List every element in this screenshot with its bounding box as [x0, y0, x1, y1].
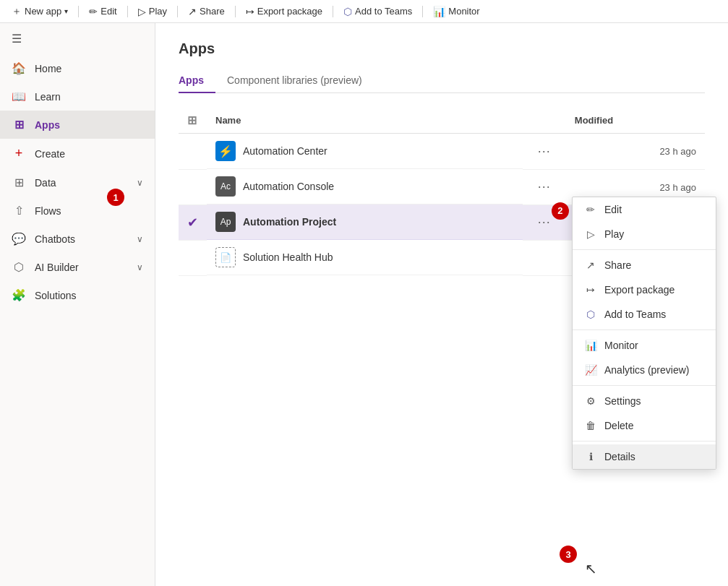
- divider: [573, 329, 716, 330]
- settings-icon: ⚙: [584, 395, 597, 407]
- monitor-icon: 📊: [433, 6, 445, 17]
- more-button-2[interactable]: ···: [534, 178, 555, 196]
- divider: [573, 441, 716, 441]
- play-label: Play: [149, 6, 167, 17]
- monitor-label: Monitor: [448, 6, 479, 17]
- share-icon: ↗: [584, 259, 597, 271]
- dropdown-item-details[interactable]: ℹ Details: [573, 444, 716, 469]
- dropdown-label-add-teams: Add to Teams: [604, 309, 666, 320]
- dropdown-item-settings[interactable]: ⚙ Settings: [573, 389, 716, 413]
- details-icon: ℹ: [584, 451, 597, 462]
- dropdown-label-settings: Settings: [604, 395, 641, 407]
- sidebar-item-solutions[interactable]: 🧩 Solutions: [0, 281, 155, 309]
- row-more-4[interactable]: [523, 240, 566, 275]
- dropdown-label-play: Play: [604, 228, 624, 240]
- new-app-label: New app: [25, 6, 61, 17]
- edit-button[interactable]: ✏ Edit: [83, 3, 122, 20]
- col-header-name[interactable]: Name: [207, 108, 523, 134]
- divider-3: [177, 6, 178, 17]
- sidebar-item-apps[interactable]: ⊞ Apps 1: [0, 111, 155, 139]
- dropdown-item-add-teams[interactable]: ⬡ Add to Teams: [573, 302, 716, 327]
- row-more-3[interactable]: ··· 2: [523, 204, 566, 240]
- row-check-3: ✔: [179, 204, 207, 240]
- data-icon: ⊞: [12, 176, 26, 189]
- new-app-button[interactable]: ＋ New app ▾: [6, 2, 74, 21]
- main-layout: ☰ 🏠 Home 📖 Learn ⊞ Apps 1 + Create ⊞ Dat…: [0, 23, 728, 586]
- row-app-cell-3: Ap Automation Project: [207, 204, 523, 240]
- sidebar-item-data[interactable]: ⊞ Data ∨: [0, 168, 155, 197]
- sidebar-item-label: AI Builder: [35, 262, 128, 273]
- dropdown-label-export: Export package: [604, 284, 675, 296]
- row-app-cell-1: ⚡ Automation Center: [207, 134, 523, 169]
- divider-5: [333, 6, 333, 17]
- sidebar-item-home[interactable]: 🏠 Home: [0, 54, 155, 82]
- col-header-more: [523, 108, 566, 134]
- annotation-badge-3: 3: [560, 546, 577, 563]
- row-check-1: [179, 134, 207, 170]
- hamburger-icon: ☰: [12, 32, 22, 46]
- divider: [573, 385, 716, 386]
- chevron-down-icon: ∨: [137, 234, 143, 244]
- app-icon-1: ⚡: [215, 141, 236, 161]
- export-icon: ↦: [584, 284, 597, 296]
- sidebar-item-create[interactable]: + Create: [0, 139, 155, 168]
- solutions-icon: 🧩: [12, 288, 26, 302]
- dropdown-item-monitor[interactable]: 📊 Monitor: [573, 333, 716, 358]
- export-icon: ↦: [246, 6, 254, 17]
- row-more-2[interactable]: ···: [523, 169, 566, 204]
- tab-component-libraries[interactable]: Component libraries (preview): [215, 69, 374, 93]
- dropdown-item-play[interactable]: ▷ Play: [573, 222, 716, 246]
- divider-6: [422, 6, 423, 17]
- cursor-icon: ↖: [585, 560, 597, 577]
- tab-apps[interactable]: Apps: [179, 69, 215, 93]
- share-label: Share: [200, 6, 225, 17]
- sidebar-item-label: Solutions: [35, 290, 143, 301]
- share-icon: ↗: [188, 6, 197, 17]
- edit-icon: ✏: [584, 204, 597, 215]
- more-button-1[interactable]: ···: [534, 142, 555, 160]
- teams-icon: ⬡: [584, 309, 597, 320]
- plus-icon: ＋: [12, 5, 22, 18]
- monitor-icon: 📊: [584, 340, 597, 351]
- app-name-4: Solution Health Hub: [243, 251, 333, 263]
- export-button[interactable]: ↦ Export package: [240, 3, 328, 20]
- sidebar: ☰ 🏠 Home 📖 Learn ⊞ Apps 1 + Create ⊞ Dat…: [0, 23, 155, 586]
- sidebar-item-chatbots[interactable]: 💬 Chatbots ∨: [0, 225, 155, 253]
- dropdown-item-delete[interactable]: 🗑 Delete: [573, 413, 716, 438]
- sidebar-item-label: Chatbots: [35, 233, 128, 245]
- app-icon-2: Ac: [215, 176, 236, 197]
- dropdown-label-monitor: Monitor: [604, 340, 638, 351]
- app-name-1: Automation Center: [243, 145, 327, 157]
- chevron-down-icon: ∨: [137, 262, 143, 272]
- delete-icon: 🗑: [584, 420, 597, 431]
- add-teams-label: Add to Teams: [355, 6, 412, 17]
- sidebar-item-label: Flows: [35, 205, 143, 217]
- dropdown-item-analytics[interactable]: 📈 Analytics (preview): [573, 358, 716, 382]
- learn-icon: 📖: [12, 90, 26, 103]
- dropdown-item-edit[interactable]: ✏ Edit: [573, 197, 716, 222]
- dropdown-label-share: Share: [604, 259, 631, 271]
- dropdown-item-share[interactable]: ↗ Share: [573, 253, 716, 277]
- add-teams-button[interactable]: ⬡ Add to Teams: [338, 3, 418, 20]
- dropdown-item-export[interactable]: ↦ Export package: [573, 277, 716, 302]
- dropdown-label-delete: Delete: [604, 420, 633, 431]
- row-app-cell-2: Ac Automation Console: [207, 169, 523, 204]
- dropdown-label-edit: Edit: [604, 204, 622, 215]
- play-icon: ▷: [138, 6, 146, 17]
- table-row[interactable]: ⚡ Automation Center ··· 23 h ago: [179, 134, 705, 170]
- sidebar-item-learn[interactable]: 📖 Learn: [0, 82, 155, 111]
- share-button[interactable]: ↗ Share: [182, 3, 231, 20]
- sidebar-toggle[interactable]: ☰: [0, 23, 155, 54]
- row-more-1[interactable]: ···: [523, 134, 566, 170]
- play-button[interactable]: ▷ Play: [132, 3, 173, 20]
- grid-icon: ⊞: [187, 114, 197, 126]
- sidebar-item-ai-builder[interactable]: ⬡ AI Builder ∨: [0, 253, 155, 281]
- context-menu: ✏ Edit ▷ Play ↗ Share ↦ Export package ⬡…: [572, 197, 716, 470]
- divider: [573, 249, 716, 250]
- sidebar-item-label: Data: [35, 177, 128, 189]
- monitor-button[interactable]: 📊 Monitor: [427, 3, 485, 20]
- divider-1: [78, 6, 79, 17]
- more-button-3[interactable]: ···: [534, 213, 555, 231]
- sidebar-item-flows[interactable]: ⇧ Flows: [0, 197, 155, 225]
- divider-2: [127, 6, 128, 17]
